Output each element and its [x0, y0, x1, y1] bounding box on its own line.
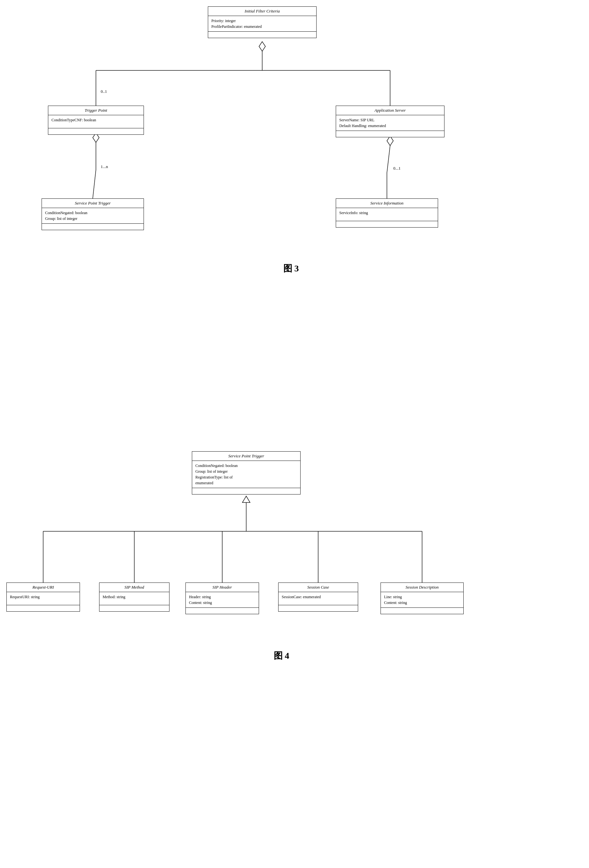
- sip-header-box: SIP Header Header: string Content: strin…: [186, 583, 259, 614]
- session-case-box: Session Case SessionCase: enumerated: [278, 583, 358, 612]
- service-point-trigger-box-1: Service Point Trigger ConditionNegated: …: [41, 198, 144, 230]
- svg-line-11: [387, 146, 390, 173]
- application-server-title: Application Server: [336, 106, 444, 115]
- initial-filter-criteria-body: Priority: integer ProfilePartIndicator: …: [208, 16, 316, 31]
- svg-marker-15: [242, 496, 250, 502]
- svg-text:0..1: 0..1: [101, 89, 107, 94]
- service-point-trigger-title-2: Service Point Trigger: [192, 452, 300, 461]
- service-information-body: ServiceInfo: string: [336, 208, 438, 221]
- session-description-body: Line: string Content: string: [381, 592, 463, 607]
- sip-method-body: Method: string: [99, 592, 169, 605]
- service-information-box: Service Information ServiceInfo: string: [336, 198, 438, 227]
- sip-header-title: SIP Header: [186, 583, 259, 592]
- svg-marker-10: [387, 136, 393, 146]
- sip-method-box: SIP Method Method: string: [99, 583, 169, 612]
- service-point-trigger-title-1: Service Point Trigger: [42, 199, 144, 208]
- service-point-trigger-body-2: ConditionNegated: boolean Group: list of…: [192, 461, 300, 488]
- svg-text:1...n: 1...n: [101, 164, 108, 169]
- session-description-box: Session Description Line: string Content…: [380, 583, 464, 614]
- service-point-trigger-body-1: ConditionNegated: boolean Group: list of…: [42, 208, 144, 223]
- initial-filter-criteria-box: Initial Filter Criteria Priority: intege…: [208, 6, 317, 38]
- request-uri-body: RequestURI: string: [7, 592, 80, 605]
- service-information-title: Service Information: [336, 199, 438, 208]
- request-uri-title: Request-URI: [7, 583, 80, 592]
- svg-text:0...1: 0...1: [393, 166, 401, 171]
- svg-line-9: [93, 170, 96, 198]
- application-server-body: ServerName: SIP URL Default Handling: en…: [336, 115, 444, 131]
- figure3-label: 图 3: [243, 263, 339, 275]
- svg-marker-1: [259, 41, 265, 51]
- initial-filter-criteria-title: Initial Filter Criteria: [208, 7, 316, 16]
- session-case-body: SessionCase: enumerated: [278, 592, 358, 605]
- session-case-title: Session Case: [278, 583, 358, 592]
- trigger-point-title: Trigger Point: [48, 106, 144, 115]
- figure4-label: 图 4: [233, 650, 329, 662]
- sip-header-body: Header: string Content: string: [186, 592, 259, 607]
- application-server-box: Application Server ServerName: SIP URL D…: [336, 106, 445, 137]
- sip-method-title: SIP Method: [99, 583, 169, 592]
- service-point-trigger-box-2: Service Point Trigger ConditionNegated: …: [192, 451, 300, 495]
- request-uri-box: Request-URI RequestURI: string: [6, 583, 80, 612]
- session-description-title: Session Description: [381, 583, 463, 592]
- trigger-point-body: ConditionTypeCNF: boolean: [48, 115, 144, 128]
- trigger-point-box: Trigger Point ConditionTypeCNF: boolean: [48, 106, 144, 135]
